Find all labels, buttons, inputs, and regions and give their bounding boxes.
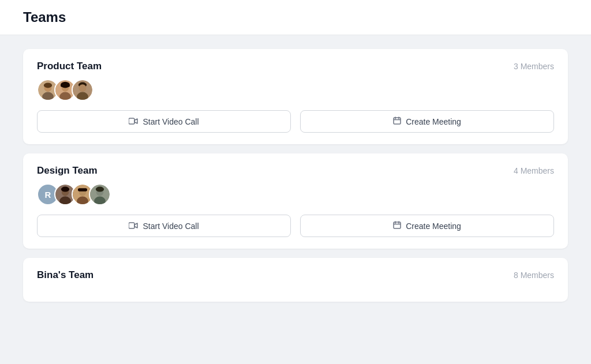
team-name-bina: Bina's Team xyxy=(37,269,93,281)
svg-rect-27 xyxy=(78,188,87,191)
avatars-design: R xyxy=(37,183,554,205)
team-name-product: Product Team xyxy=(37,61,102,72)
avatar-dt-4 xyxy=(89,183,111,205)
start-video-call-label-design: Start Video Call xyxy=(143,222,199,231)
svg-rect-9 xyxy=(61,85,70,87)
content-area: Product Team 3 Members xyxy=(0,35,591,316)
create-meeting-label-design: Create Meeting xyxy=(406,222,461,231)
svg-rect-32 xyxy=(129,223,134,228)
team-name-design: Design Team xyxy=(37,165,98,177)
team-actions-product: Start Video Call Create Meeting xyxy=(37,110,554,133)
create-meeting-label: Create Meeting xyxy=(406,117,461,126)
svg-point-7 xyxy=(59,92,71,101)
member-count-design: 4 Members xyxy=(514,166,554,175)
calendar-icon xyxy=(393,117,401,126)
svg-point-23 xyxy=(61,187,69,192)
team-actions-design: Start Video Call Create Meeting xyxy=(37,215,554,237)
svg-point-31 xyxy=(96,187,104,192)
start-video-call-product[interactable]: Start Video Call xyxy=(37,110,291,133)
calendar-icon-design xyxy=(393,221,401,231)
svg-point-8 xyxy=(61,82,70,88)
team-card-bina: Bina's Team 8 Members xyxy=(23,258,568,302)
avatars-product xyxy=(37,79,554,101)
page-header: Teams xyxy=(0,0,591,35)
team-card-design: Design Team 4 Members R xyxy=(23,153,568,249)
start-video-call-design[interactable]: Start Video Call xyxy=(37,215,291,237)
svg-rect-15 xyxy=(129,118,134,124)
video-icon xyxy=(129,117,138,126)
video-icon-design xyxy=(129,222,138,231)
svg-point-4 xyxy=(44,82,52,88)
create-meeting-product[interactable]: Create Meeting xyxy=(300,110,554,133)
svg-point-2 xyxy=(42,92,54,101)
member-count-product: 3 Members xyxy=(514,62,554,71)
svg-rect-16 xyxy=(394,118,401,124)
svg-point-22 xyxy=(59,197,71,205)
create-meeting-design[interactable]: Create Meeting xyxy=(300,215,554,237)
start-video-call-label: Start Video Call xyxy=(143,117,199,126)
avatar-pt-3 xyxy=(72,79,93,101)
team-card-product: Product Team 3 Members xyxy=(23,49,568,144)
svg-point-26 xyxy=(77,197,88,205)
svg-point-14 xyxy=(79,84,87,92)
svg-point-12 xyxy=(77,92,88,101)
svg-point-30 xyxy=(94,197,106,205)
svg-rect-33 xyxy=(394,222,401,228)
member-count-bina: 8 Members xyxy=(514,271,554,280)
page-title: Teams xyxy=(23,9,568,25)
